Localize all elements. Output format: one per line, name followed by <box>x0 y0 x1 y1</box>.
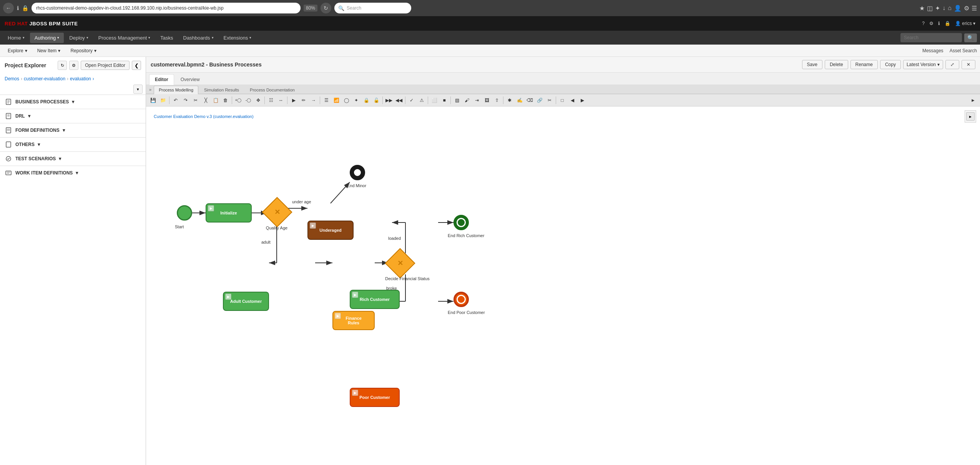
tb-grid-btn[interactable]: ☷ <box>266 96 276 105</box>
tb-validate-btn[interactable]: ✓ <box>407 96 416 105</box>
tb-next-btn[interactable]: ▶ <box>578 96 587 105</box>
url-bar[interactable]: rhcs-customereval-demo-appdev-in-cloud.1… <box>32 3 301 13</box>
addon-icon[interactable]: ⚙ <box>964 5 969 12</box>
node-end-poor[interactable] <box>453 292 469 307</box>
nav-dashboards[interactable]: Dashboards ▾ <box>179 33 218 43</box>
tb-zoom-in-btn[interactable]: +◯ <box>234 96 243 105</box>
node-initialize[interactable]: ▶ Initialize <box>206 203 252 223</box>
asset-search-link[interactable]: Asset Search <box>950 48 977 53</box>
breadcrumb-demos[interactable]: Demos <box>5 76 19 81</box>
tb-select-btn[interactable]: ▶ <box>289 96 298 105</box>
messages-link[interactable]: Messages <box>922 48 943 53</box>
node-underaged[interactable]: ▶ Underaged <box>307 221 354 240</box>
settings-icon[interactable]: ⚙ <box>929 21 933 26</box>
section-test-scenarios-header[interactable]: TEST SCENARIOS ▾ <box>5 155 141 163</box>
node-adult-customer[interactable]: ▶ Adult Customer <box>223 292 269 311</box>
expand-button[interactable]: ⤢ <box>945 60 959 69</box>
delete-button[interactable]: Delete <box>825 60 848 69</box>
sidebar-dropdown-btn[interactable]: ▾ <box>133 85 143 94</box>
diagram-area[interactable]: Customer Evaluation Demo v.3 (customer.e… <box>146 106 980 465</box>
close-button[interactable]: ✕ <box>962 60 975 69</box>
back-button[interactable]: ← <box>3 3 14 13</box>
nav-extensions[interactable]: Extensions ▾ <box>219 33 256 43</box>
node-end-minor[interactable] <box>350 165 365 180</box>
tb-undo-btn[interactable]: ↶ <box>171 96 180 105</box>
tb-move-btn[interactable]: ⇥ <box>472 96 482 105</box>
tb-prev-btn[interactable]: ◀ <box>568 96 577 105</box>
tab-editor[interactable]: Editor <box>149 74 174 85</box>
tb-export-btn[interactable]: ⇧ <box>492 96 502 105</box>
nav-search-button[interactable]: 🔍 <box>964 33 977 42</box>
open-project-editor-btn[interactable]: Open Project Editor <box>81 61 130 70</box>
section-drl-header[interactable]: DRL ▾ <box>5 112 141 120</box>
side-panel-toggle[interactable]: ► <box>966 112 975 121</box>
gateway-qualify-age[interactable]: ✕ <box>266 201 288 223</box>
tb-connect-btn[interactable]: → <box>309 96 318 105</box>
tb-more-3[interactable]: ◯ <box>342 96 351 105</box>
tb-more-4[interactable]: ✦ <box>352 96 361 105</box>
section-drl[interactable]: DRL ▾ <box>0 109 146 123</box>
panel-tab-simulation[interactable]: Simulation Results <box>199 86 244 94</box>
tb-zoom-out-btn[interactable]: -◯ <box>244 96 253 105</box>
menu-icon[interactable]: ☰ <box>972 5 977 12</box>
section-others-header[interactable]: OTHERS ▾ <box>5 141 141 148</box>
reload-button[interactable]: ↻ <box>321 3 331 13</box>
section-form-definitions-header[interactable]: FORM DEFINITIONS ▾ <box>5 126 141 134</box>
home-icon[interactable]: ⌂ <box>948 5 952 12</box>
tb-align-btn[interactable]: ↔ <box>276 96 286 105</box>
tb-image-btn[interactable]: 🖼 <box>482 96 492 105</box>
help-icon[interactable]: ? <box>922 21 925 26</box>
tb-redo-btn[interactable]: ↷ <box>181 96 190 105</box>
tb-annot-btn[interactable]: ✱ <box>505 96 514 105</box>
nav-process-management[interactable]: Process Management ▾ <box>94 33 155 43</box>
download-icon[interactable]: ↓ <box>942 5 945 12</box>
node-rich-customer[interactable]: ▶ Rich Customer <box>350 290 400 309</box>
section-business-processes-header[interactable]: BUSINESS PROCESSES ▾ <box>5 98 141 106</box>
sec-nav-repository[interactable]: Repository ▾ <box>66 46 101 55</box>
node-poor-customer[interactable]: ▶ Poor Customer <box>350 388 400 407</box>
bookmark-icon[interactable]: ★ <box>919 5 925 12</box>
version-dropdown[interactable]: Latest Version ▾ <box>903 60 943 69</box>
nav-authoring[interactable]: Authoring ▾ <box>30 33 64 43</box>
save-button[interactable]: Save <box>802 60 822 69</box>
tb-eraser-btn[interactable]: ⌫ <box>525 96 534 105</box>
sidebar-settings-btn[interactable]: ⚙ <box>69 61 78 70</box>
tb-open-btn[interactable]: 📁 <box>158 96 168 105</box>
panel-tab-documentation[interactable]: Process Documentation <box>245 86 300 94</box>
section-work-item-definitions[interactable]: WORK ITEM DEFINITIONS ▾ <box>0 166 146 180</box>
avatar-icon[interactable]: 👤 <box>954 5 962 12</box>
browser-search-bar[interactable]: 🔍 Search <box>334 3 411 13</box>
gateway-decide-financial[interactable]: ✕ <box>389 252 411 274</box>
info-header-icon[interactable]: ℹ <box>938 21 940 26</box>
section-work-item-definitions-header[interactable]: WORK ITEM DEFINITIONS ▾ <box>5 169 141 177</box>
section-form-definitions[interactable]: FORM DEFINITIONS ▾ <box>0 123 146 137</box>
tb-paste-btn[interactable]: 📋 <box>211 96 220 105</box>
tb-sim-btn[interactable]: ▶▶ <box>384 96 394 105</box>
tb-cut-btn[interactable]: ✂ <box>191 96 200 105</box>
tb-layout-btn[interactable]: ⬜ <box>430 96 439 105</box>
reading-icon[interactable]: ◫ <box>927 5 933 12</box>
section-others[interactable]: OTHERS ▾ <box>0 137 146 151</box>
tb-info-btn[interactable]: ⚠ <box>417 96 426 105</box>
tb-delete-btn[interactable]: 🗑 <box>221 96 230 105</box>
lock-header-icon[interactable]: 🔒 <box>945 21 950 26</box>
tb-fit-btn[interactable]: ✥ <box>254 96 263 105</box>
section-business-processes[interactable]: BUSINESS PROCESSES ▾ <box>0 95 146 109</box>
tb-annot2-btn[interactable]: ✍ <box>515 96 524 105</box>
panel-tab-modelling[interactable]: Process Modelling <box>154 86 198 94</box>
node-finance-rules[interactable]: ▶ Finance Rules <box>332 311 375 330</box>
sec-nav-new-item[interactable]: New Item ▾ <box>33 46 65 55</box>
tb-more-1[interactable]: ☰ <box>322 96 331 105</box>
panel-collapse-btn[interactable]: » <box>148 86 153 94</box>
copy-button[interactable]: Copy <box>880 60 901 69</box>
tb-sim-back-btn[interactable]: ◀◀ <box>394 96 404 105</box>
tb-lock-btn[interactable]: 🔒 <box>362 96 371 105</box>
pocket-icon[interactable]: ✦ <box>935 5 940 12</box>
tb-hand-btn[interactable]: ✏ <box>299 96 308 105</box>
tb-diagram-btn[interactable]: □ <box>558 96 567 105</box>
sidebar-refresh-btn[interactable]: ↻ <box>58 61 67 70</box>
tb-side-collapse-btn[interactable]: ► <box>968 96 978 105</box>
section-test-scenarios[interactable]: TEST SCENARIOS ▾ <box>0 151 146 166</box>
node-end-rich[interactable] <box>453 215 469 230</box>
nav-search-input[interactable] <box>900 33 962 42</box>
